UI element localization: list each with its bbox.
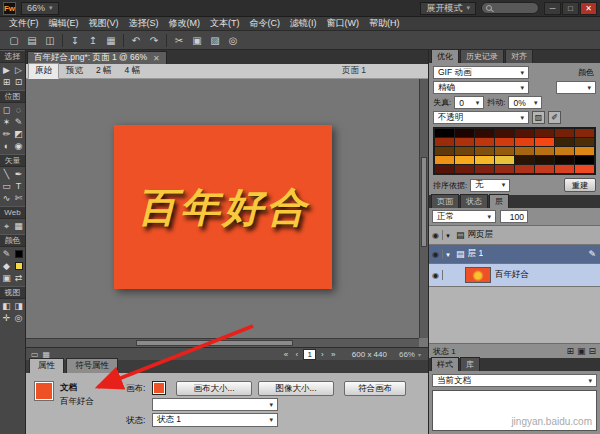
lasso-tool[interactable]: ◌	[13, 104, 25, 116]
menu-编辑(E)[interactable]: 编辑(E)	[44, 17, 84, 30]
optimize-tab-对齐[interactable]: 对齐	[505, 49, 533, 63]
canvas-color-swatch[interactable]	[152, 381, 166, 395]
view-tab-4 幅[interactable]: 4 幅	[119, 64, 147, 78]
loss-dropdown[interactable]: 0	[454, 96, 484, 109]
canvas-document[interactable]: 百年好合	[114, 125, 332, 289]
menu-命令(C)[interactable]: 命令(C)	[245, 17, 286, 30]
menu-文本(T)[interactable]: 文本(T)	[205, 17, 245, 30]
pen-tool[interactable]: ✒	[13, 168, 25, 180]
scale-tool[interactable]: ⊞	[1, 76, 13, 88]
color-swatch[interactable]	[575, 138, 594, 146]
horizontal-scrollbar-thumb[interactable]	[136, 340, 293, 346]
layer-row-web[interactable]: 网页层	[429, 226, 600, 245]
eyedropper-icon[interactable]: ▨	[532, 111, 545, 124]
marquee-tool[interactable]: ◻	[1, 104, 13, 116]
statusbar-zoom-dropdown[interactable]: 66%	[399, 350, 421, 359]
canvas-area[interactable]: 百年好合	[26, 79, 428, 347]
menu-视图(V)[interactable]: 视图(V)	[84, 17, 124, 30]
optimize-tab-历史记录[interactable]: 历史记录	[460, 49, 504, 63]
color-swatch[interactable]	[575, 147, 594, 155]
subselection-tool[interactable]: ▷	[13, 64, 25, 76]
sort-by-dropdown[interactable]: 无	[470, 179, 510, 192]
fill-color-tool[interactable]: ◆	[1, 260, 13, 272]
color-swatch[interactable]	[475, 138, 494, 146]
color-swatch[interactable]	[515, 129, 534, 137]
hotspot-tool[interactable]: ⌖	[1, 220, 13, 232]
tab-symbol-properties[interactable]: 符号属性	[66, 358, 118, 373]
library-source-dropdown[interactable]: 当前文档	[432, 374, 597, 387]
collapse-arrow-icon[interactable]	[443, 230, 453, 240]
close-button[interactable]: ✕	[580, 2, 597, 15]
magic-wand-tool[interactable]: ✶	[1, 116, 13, 128]
layer-row-layer1[interactable]: 层 1	[429, 245, 600, 264]
library-tab-样式[interactable]: 样式	[431, 357, 459, 371]
stroke-color-tool[interactable]: ✎	[1, 248, 13, 260]
swap-colors-icon[interactable]: ⇄	[13, 272, 25, 284]
state-nav-btn[interactable]: ‹	[292, 350, 301, 359]
state-nav-btn[interactable]: «	[281, 350, 290, 359]
image-size-button[interactable]: 图像大小...	[258, 381, 334, 396]
tab-properties[interactable]: 属性	[29, 358, 64, 373]
color-swatch[interactable]	[495, 165, 514, 173]
color-swatch[interactable]	[495, 129, 514, 137]
line-tool[interactable]: ╲	[1, 168, 13, 180]
blend-mode-dropdown[interactable]: 正常	[432, 210, 496, 223]
slice-tool[interactable]: ▦	[13, 220, 25, 232]
color-swatch[interactable]	[495, 138, 514, 146]
menu-文件(F)[interactable]: 文件(F)	[4, 17, 44, 30]
color-swatch[interactable]	[495, 147, 514, 155]
colors-count-dropdown[interactable]	[556, 81, 596, 94]
export-format-dropdown[interactable]: GIF 动画	[433, 66, 529, 79]
color-swatch[interactable]	[555, 147, 574, 155]
view-tab-2 幅[interactable]: 2 幅	[90, 64, 118, 78]
horizontal-scrollbar[interactable]	[26, 338, 419, 347]
menu-修改(M)[interactable]: 修改(M)	[164, 17, 206, 30]
layers-tab-状态[interactable]: 状态	[460, 194, 488, 208]
color-swatch[interactable]	[555, 165, 574, 173]
state-dropdown[interactable]: 状态 1	[152, 413, 278, 427]
pointer-tool[interactable]: ▶	[1, 64, 13, 76]
layer-opacity-field[interactable]: 100	[500, 210, 528, 223]
color-swatch[interactable]	[475, 156, 494, 164]
color-swatch[interactable]	[515, 138, 534, 146]
color-swatch[interactable]	[435, 147, 454, 155]
export-icon[interactable]: ↥	[84, 33, 102, 48]
color-swatch[interactable]	[455, 129, 474, 137]
search-input[interactable]	[481, 2, 539, 14]
import-icon[interactable]: ↧	[66, 33, 84, 48]
transparency-dropdown[interactable]: 不透明	[433, 111, 529, 124]
menu-窗口(W)[interactable]: 窗口(W)	[322, 17, 365, 30]
copy-icon[interactable]: ▣	[188, 33, 206, 48]
minimize-button[interactable]: ─	[544, 2, 561, 15]
new-layer-icon[interactable]	[566, 346, 574, 356]
layers-tab-页面[interactable]: 页面	[431, 194, 459, 208]
color-swatch[interactable]	[455, 156, 474, 164]
vertical-scrollbar-thumb[interactable]	[421, 157, 427, 248]
text-tool[interactable]: T	[13, 180, 25, 192]
fit-canvas-button[interactable]: 符合画布	[344, 381, 406, 396]
view-tab-原始[interactable]: 原始	[28, 63, 59, 79]
color-swatch[interactable]	[435, 156, 454, 164]
expand-arrow-icon[interactable]	[443, 249, 453, 259]
color-swatch[interactable]	[535, 165, 554, 173]
workspace-mode-dropdown[interactable]: 展开模式	[420, 2, 476, 15]
layer-row-object[interactable]: 百年好合	[429, 264, 600, 287]
full-screen-mode-tool[interactable]: ◨	[13, 300, 25, 312]
redo-icon[interactable]: ↷	[145, 33, 163, 48]
palette-dropdown[interactable]: 精确	[433, 81, 529, 94]
visibility-eye-icon[interactable]	[429, 270, 443, 280]
library-list[interactable]: jingyan.baidu.com	[432, 390, 597, 431]
canvas-options-dropdown[interactable]	[152, 398, 278, 411]
color-swatch[interactable]	[515, 165, 534, 173]
view-tab-预览[interactable]: 预览	[60, 64, 89, 78]
color-swatch[interactable]	[555, 156, 574, 164]
menu-帮助(H)[interactable]: 帮助(H)	[364, 17, 405, 30]
stroke-color-chip[interactable]	[13, 248, 25, 260]
crop-tool[interactable]: ⊡	[13, 76, 25, 88]
paste-icon[interactable]: ▨	[206, 33, 224, 48]
default-colors-icon[interactable]: ▣	[1, 272, 13, 284]
standard-screen-mode-tool[interactable]: ◧	[1, 300, 13, 312]
canvas-size-button[interactable]: 画布大小...	[176, 381, 252, 396]
color-swatch[interactable]	[435, 165, 454, 173]
document-tab-close-icon[interactable]: ✕	[153, 54, 160, 63]
